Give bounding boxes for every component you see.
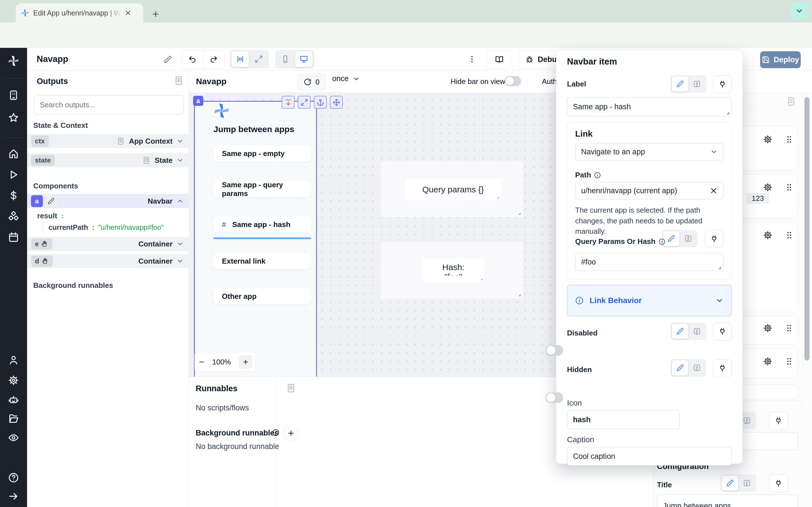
refresh-count-button[interactable]: 0	[297, 74, 326, 90]
info-icon[interactable]	[272, 429, 280, 437]
link-type-select[interactable]: Navigate to an app	[575, 143, 723, 161]
component-row-container-e[interactable]: e Container	[27, 237, 189, 251]
output-row-state[interactable]: state State	[27, 153, 189, 167]
sidebar-item-schedules[interactable]	[8, 231, 19, 243]
nav-item-same-app-empty[interactable]: Same app - empty	[213, 145, 311, 162]
container-query-params[interactable]: Query params {}	[380, 161, 523, 217]
static-pencil-icon[interactable]	[672, 324, 688, 339]
clear-path-icon[interactable]	[710, 187, 718, 194]
windmill-logo-icon[interactable]	[7, 55, 20, 67]
anchor-button[interactable]	[314, 96, 327, 109]
runnables-panel-icon[interactable]	[286, 383, 296, 393]
chevron-up-icon[interactable]	[176, 198, 184, 205]
browser-tab[interactable]: Edit App u/henri/navapp | Win	[16, 3, 143, 22]
function-icon[interactable]	[689, 360, 705, 376]
nav-item-same-app-hash[interactable]: # Same app - hash	[213, 216, 311, 233]
nav-item-external-link[interactable]: External link	[213, 253, 311, 269]
add-background-runnable-button[interactable]	[284, 425, 298, 441]
connect-plug-button[interactable]	[769, 412, 788, 430]
function-icon[interactable]	[689, 76, 705, 92]
hash-text-box[interactable]: Hash: "foo"	[423, 259, 484, 282]
gear-icon[interactable]	[763, 135, 772, 144]
info-icon[interactable]	[594, 172, 601, 179]
sidebar-item-variables[interactable]	[8, 190, 19, 201]
sidebar-item-help[interactable]	[8, 472, 19, 483]
doc-icon[interactable]	[116, 137, 125, 145]
gear-icon[interactable]	[763, 356, 772, 366]
component-row-container-d[interactable]: d Container	[27, 254, 189, 268]
query-input[interactable]	[575, 253, 723, 271]
outputs-panel-icon[interactable]	[174, 75, 184, 86]
output-row-ctx[interactable]: ctx App Context	[27, 134, 189, 148]
textarea-resize-icon[interactable]	[724, 109, 730, 115]
right-panel-doc-icon[interactable]	[786, 96, 796, 107]
disabled-toggle[interactable]	[546, 345, 563, 356]
move-button[interactable]	[330, 96, 343, 109]
new-tab-button[interactable]	[149, 7, 162, 21]
static-pencil-icon[interactable]	[672, 76, 688, 92]
chevron-down-icon[interactable]	[176, 157, 184, 164]
container-hash[interactable]: Hash: "foo"	[380, 242, 523, 298]
connect-plug-button[interactable]	[713, 323, 732, 341]
drag-handle-icon[interactable]	[784, 135, 794, 144]
drag-handle-icon[interactable]	[784, 182, 794, 192]
sidebar-item-folders[interactable]	[8, 413, 19, 424]
query-params-text-box[interactable]: Query params {}	[405, 179, 501, 200]
connect-plug-button[interactable]	[705, 230, 723, 248]
nav-item-other-app[interactable]: Other app	[213, 288, 311, 304]
container-d-badge[interactable]: d	[31, 256, 53, 267]
search-outputs-input[interactable]	[34, 95, 184, 114]
chevron-down-icon[interactable]	[176, 258, 184, 265]
doc-icon[interactable]	[142, 156, 151, 165]
sidebar-collapse-icon[interactable]	[8, 491, 19, 502]
sidebar-item-resources[interactable]	[8, 211, 19, 222]
connect-plug-button[interactable]	[769, 474, 788, 492]
ctx-badge[interactable]: ctx	[31, 135, 49, 147]
expand-down-button[interactable]	[282, 96, 295, 109]
sidebar-item-audit[interactable]	[8, 432, 19, 443]
path-input[interactable]: u/henri/navapp (current app)	[575, 182, 723, 200]
caption-input[interactable]	[567, 447, 732, 466]
connect-plug-button[interactable]	[713, 75, 732, 93]
textarea-resize-icon[interactable]	[716, 264, 722, 270]
sidebar-item-workers[interactable]	[8, 394, 19, 405]
chevron-down-icon[interactable]	[176, 137, 184, 145]
resize-corner-icon[interactable]	[516, 291, 522, 297]
sidebar-item-apps[interactable]	[8, 90, 19, 101]
container-e-badge[interactable]: e	[31, 238, 52, 249]
fullscreen-layout-button[interactable]	[250, 51, 267, 67]
function-icon[interactable]	[689, 324, 705, 339]
header-kebab-icon[interactable]	[465, 52, 479, 66]
run-mode-dropdown[interactable]: once	[332, 74, 360, 83]
drag-handle-icon[interactable]	[784, 230, 794, 240]
component-row-navbar[interactable]: a Navbar	[27, 194, 189, 208]
state-badge[interactable]: state	[31, 155, 55, 166]
icon-input[interactable]	[567, 410, 680, 429]
static-pencil-icon[interactable]	[672, 360, 688, 376]
sidebar-item-favorites[interactable]	[8, 112, 19, 123]
gear-icon[interactable]	[763, 182, 772, 192]
title-config-input[interactable]	[657, 495, 798, 507]
center-layout-button[interactable]	[232, 51, 249, 67]
selection-tag[interactable]: a	[193, 96, 203, 106]
resize-corner-icon[interactable]	[516, 210, 522, 216]
gear-icon[interactable]	[763, 230, 772, 240]
hidden-toggle[interactable]	[546, 392, 563, 403]
resize-corner-icon[interactable]	[478, 276, 484, 281]
sidebar-item-settings[interactable]	[8, 375, 19, 386]
redo-button[interactable]	[203, 50, 225, 68]
rename-pencil-icon[interactable]	[45, 195, 57, 207]
tab-search-chevron-button[interactable]	[791, 2, 808, 20]
scrollbar-thumb[interactable]	[804, 97, 809, 360]
connect-plug-button[interactable]	[713, 359, 732, 377]
sidebar-item-home[interactable]	[8, 148, 19, 159]
edit-title-pencil-icon[interactable]	[163, 55, 172, 64]
undo-button[interactable]	[182, 50, 203, 68]
function-icon[interactable]	[680, 231, 696, 246]
hide-bar-toggle[interactable]	[505, 76, 521, 86]
info-icon[interactable]	[658, 238, 666, 245]
gear-icon[interactable]	[763, 323, 772, 333]
zoom-out-button[interactable]: −	[199, 357, 204, 367]
desktop-view-button[interactable]	[295, 51, 313, 67]
maximize-button[interactable]	[298, 96, 311, 109]
